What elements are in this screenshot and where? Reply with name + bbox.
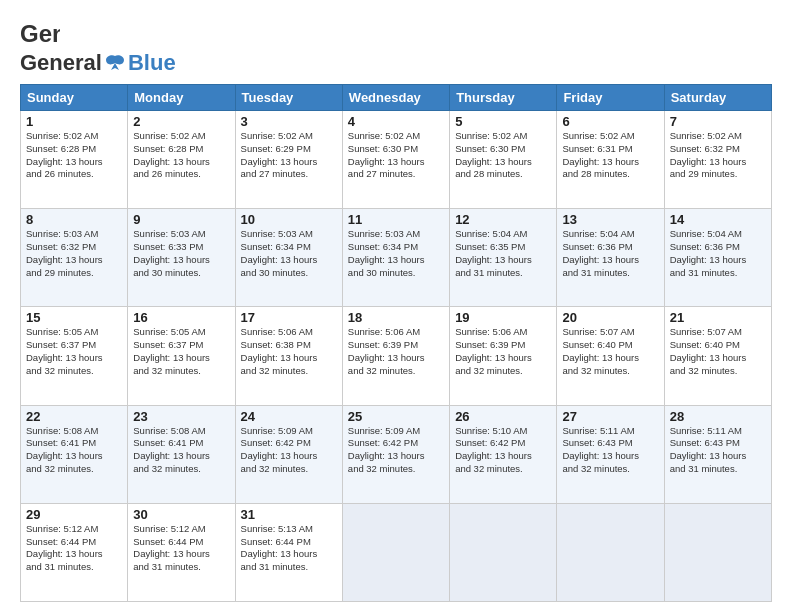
calendar-cell: 28Sunrise: 5:11 AM Sunset: 6:43 PM Dayli… (664, 405, 771, 503)
day-number: 3 (241, 114, 337, 129)
calendar-cell: 9Sunrise: 5:03 AM Sunset: 6:33 PM Daylig… (128, 209, 235, 307)
day-number: 4 (348, 114, 444, 129)
day-number: 31 (241, 507, 337, 522)
cell-info: Sunrise: 5:05 AM Sunset: 6:37 PM Dayligh… (133, 326, 229, 377)
logo-bird-icon (104, 52, 126, 74)
calendar-cell: 25Sunrise: 5:09 AM Sunset: 6:42 PM Dayli… (342, 405, 449, 503)
cell-info: Sunrise: 5:03 AM Sunset: 6:32 PM Dayligh… (26, 228, 122, 279)
day-number: 24 (241, 409, 337, 424)
col-header-monday: Monday (128, 85, 235, 111)
day-number: 2 (133, 114, 229, 129)
day-number: 9 (133, 212, 229, 227)
day-number: 16 (133, 310, 229, 325)
day-number: 1 (26, 114, 122, 129)
calendar-cell: 7Sunrise: 5:02 AM Sunset: 6:32 PM Daylig… (664, 111, 771, 209)
cell-info: Sunrise: 5:03 AM Sunset: 6:34 PM Dayligh… (348, 228, 444, 279)
cell-info: Sunrise: 5:04 AM Sunset: 6:35 PM Dayligh… (455, 228, 551, 279)
cell-info: Sunrise: 5:10 AM Sunset: 6:42 PM Dayligh… (455, 425, 551, 476)
cell-info: Sunrise: 5:13 AM Sunset: 6:44 PM Dayligh… (241, 523, 337, 574)
day-number: 25 (348, 409, 444, 424)
calendar-cell: 21Sunrise: 5:07 AM Sunset: 6:40 PM Dayli… (664, 307, 771, 405)
cell-info: Sunrise: 5:02 AM Sunset: 6:28 PM Dayligh… (26, 130, 122, 181)
day-number: 30 (133, 507, 229, 522)
calendar-week-5: 29Sunrise: 5:12 AM Sunset: 6:44 PM Dayli… (21, 503, 772, 601)
cell-info: Sunrise: 5:02 AM Sunset: 6:32 PM Dayligh… (670, 130, 766, 181)
calendar-cell: 23Sunrise: 5:08 AM Sunset: 6:41 PM Dayli… (128, 405, 235, 503)
calendar-cell: 2Sunrise: 5:02 AM Sunset: 6:28 PM Daylig… (128, 111, 235, 209)
logo-general: General (20, 52, 102, 74)
calendar-header: SundayMondayTuesdayWednesdayThursdayFrid… (21, 85, 772, 111)
cell-info: Sunrise: 5:04 AM Sunset: 6:36 PM Dayligh… (670, 228, 766, 279)
cell-info: Sunrise: 5:05 AM Sunset: 6:37 PM Dayligh… (26, 326, 122, 377)
calendar-cell: 17Sunrise: 5:06 AM Sunset: 6:38 PM Dayli… (235, 307, 342, 405)
day-number: 18 (348, 310, 444, 325)
header: General General Blue (20, 16, 772, 74)
day-number: 5 (455, 114, 551, 129)
day-number: 14 (670, 212, 766, 227)
col-header-friday: Friday (557, 85, 664, 111)
cell-info: Sunrise: 5:02 AM Sunset: 6:29 PM Dayligh… (241, 130, 337, 181)
calendar-table: SundayMondayTuesdayWednesdayThursdayFrid… (20, 84, 772, 602)
day-number: 13 (562, 212, 658, 227)
cell-info: Sunrise: 5:06 AM Sunset: 6:39 PM Dayligh… (455, 326, 551, 377)
calendar-cell: 29Sunrise: 5:12 AM Sunset: 6:44 PM Dayli… (21, 503, 128, 601)
logo: General General Blue (20, 16, 176, 74)
calendar-cell: 6Sunrise: 5:02 AM Sunset: 6:31 PM Daylig… (557, 111, 664, 209)
calendar-week-1: 1Sunrise: 5:02 AM Sunset: 6:28 PM Daylig… (21, 111, 772, 209)
calendar-week-3: 15Sunrise: 5:05 AM Sunset: 6:37 PM Dayli… (21, 307, 772, 405)
calendar-cell: 26Sunrise: 5:10 AM Sunset: 6:42 PM Dayli… (450, 405, 557, 503)
calendar-cell: 14Sunrise: 5:04 AM Sunset: 6:36 PM Dayli… (664, 209, 771, 307)
calendar-cell: 24Sunrise: 5:09 AM Sunset: 6:42 PM Dayli… (235, 405, 342, 503)
cell-info: Sunrise: 5:03 AM Sunset: 6:34 PM Dayligh… (241, 228, 337, 279)
day-number: 6 (562, 114, 658, 129)
calendar-cell (450, 503, 557, 601)
day-number: 17 (241, 310, 337, 325)
day-number: 15 (26, 310, 122, 325)
cell-info: Sunrise: 5:12 AM Sunset: 6:44 PM Dayligh… (133, 523, 229, 574)
day-number: 10 (241, 212, 337, 227)
cell-info: Sunrise: 5:12 AM Sunset: 6:44 PM Dayligh… (26, 523, 122, 574)
calendar-cell: 10Sunrise: 5:03 AM Sunset: 6:34 PM Dayli… (235, 209, 342, 307)
day-number: 29 (26, 507, 122, 522)
calendar-cell: 31Sunrise: 5:13 AM Sunset: 6:44 PM Dayli… (235, 503, 342, 601)
cell-info: Sunrise: 5:08 AM Sunset: 6:41 PM Dayligh… (133, 425, 229, 476)
day-number: 28 (670, 409, 766, 424)
logo-icon: General (20, 16, 60, 52)
calendar-week-2: 8Sunrise: 5:03 AM Sunset: 6:32 PM Daylig… (21, 209, 772, 307)
calendar-cell (557, 503, 664, 601)
calendar-cell: 1Sunrise: 5:02 AM Sunset: 6:28 PM Daylig… (21, 111, 128, 209)
calendar-cell: 5Sunrise: 5:02 AM Sunset: 6:30 PM Daylig… (450, 111, 557, 209)
calendar-cell: 15Sunrise: 5:05 AM Sunset: 6:37 PM Dayli… (21, 307, 128, 405)
day-number: 11 (348, 212, 444, 227)
day-number: 27 (562, 409, 658, 424)
cell-info: Sunrise: 5:07 AM Sunset: 6:40 PM Dayligh… (562, 326, 658, 377)
calendar-cell: 13Sunrise: 5:04 AM Sunset: 6:36 PM Dayli… (557, 209, 664, 307)
cell-info: Sunrise: 5:08 AM Sunset: 6:41 PM Dayligh… (26, 425, 122, 476)
calendar-cell: 30Sunrise: 5:12 AM Sunset: 6:44 PM Dayli… (128, 503, 235, 601)
svg-text:General: General (20, 20, 60, 47)
calendar-week-4: 22Sunrise: 5:08 AM Sunset: 6:41 PM Dayli… (21, 405, 772, 503)
calendar-cell (342, 503, 449, 601)
page: General General Blue SundayMondayTuesday… (0, 0, 792, 612)
day-number: 22 (26, 409, 122, 424)
cell-info: Sunrise: 5:07 AM Sunset: 6:40 PM Dayligh… (670, 326, 766, 377)
day-number: 7 (670, 114, 766, 129)
calendar-cell: 4Sunrise: 5:02 AM Sunset: 6:30 PM Daylig… (342, 111, 449, 209)
cell-info: Sunrise: 5:09 AM Sunset: 6:42 PM Dayligh… (348, 425, 444, 476)
calendar-cell: 18Sunrise: 5:06 AM Sunset: 6:39 PM Dayli… (342, 307, 449, 405)
calendar-cell: 11Sunrise: 5:03 AM Sunset: 6:34 PM Dayli… (342, 209, 449, 307)
calendar-cell: 19Sunrise: 5:06 AM Sunset: 6:39 PM Dayli… (450, 307, 557, 405)
calendar-cell: 16Sunrise: 5:05 AM Sunset: 6:37 PM Dayli… (128, 307, 235, 405)
day-number: 21 (670, 310, 766, 325)
cell-info: Sunrise: 5:02 AM Sunset: 6:31 PM Dayligh… (562, 130, 658, 181)
day-number: 26 (455, 409, 551, 424)
calendar-cell: 20Sunrise: 5:07 AM Sunset: 6:40 PM Dayli… (557, 307, 664, 405)
cell-info: Sunrise: 5:06 AM Sunset: 6:38 PM Dayligh… (241, 326, 337, 377)
calendar-cell (664, 503, 771, 601)
day-number: 19 (455, 310, 551, 325)
cell-info: Sunrise: 5:04 AM Sunset: 6:36 PM Dayligh… (562, 228, 658, 279)
col-header-thursday: Thursday (450, 85, 557, 111)
cell-info: Sunrise: 5:02 AM Sunset: 6:30 PM Dayligh… (455, 130, 551, 181)
day-number: 12 (455, 212, 551, 227)
day-number: 8 (26, 212, 122, 227)
